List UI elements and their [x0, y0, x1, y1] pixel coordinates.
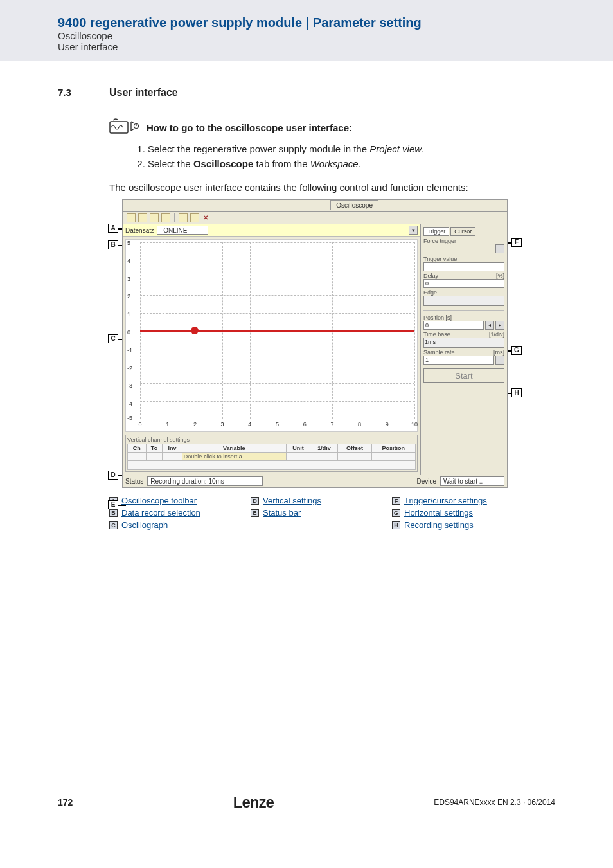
marker-e-line — [118, 505, 126, 506]
step-2: Select the Oscilloscope tab from the Wor… — [148, 158, 555, 169]
status-recording: Recording duration: 10ms — [147, 476, 263, 486]
delay-label: Delay[%] — [423, 273, 504, 279]
vset-row-hint[interactable]: Double-click to insert a — [128, 453, 416, 461]
xlabel-0: 0 — [138, 421, 141, 428]
toolbar-icon-6[interactable] — [190, 213, 199, 222]
tab-trigger[interactable]: Trigger — [423, 227, 449, 236]
plot-marker-dot[interactable] — [191, 327, 199, 334]
xlabel-2: 2 — [193, 421, 197, 428]
legend-grid: AOscilloscope toolbar DVertical settings… — [109, 496, 555, 530]
ylabel-n2: -2 — [127, 365, 132, 372]
vset-col-1div: 1/div — [310, 444, 338, 453]
ylabel-3: 3 — [127, 276, 130, 282]
legend-link-c[interactable]: Oscillograph — [121, 520, 168, 530]
step-1: Select the regenerative power supply mod… — [148, 143, 555, 154]
vset-col-offset: Offset — [338, 444, 371, 453]
page-number: 172 — [58, 797, 73, 808]
legend-link-d[interactable]: Vertical settings — [263, 496, 321, 505]
step1-post: . — [422, 143, 424, 154]
xlabel-3: 3 — [221, 421, 224, 428]
status-device-label: Device — [416, 478, 436, 485]
ylabel-n3: -3 — [127, 383, 132, 389]
legend-link-h[interactable]: Recording settings — [404, 520, 474, 530]
ylabel-2: 2 — [127, 293, 130, 300]
toolbar-icon-3[interactable] — [150, 213, 159, 222]
marker-f: F — [511, 238, 522, 247]
xlabel-4: 4 — [248, 421, 251, 428]
intro-text: The oscilloscope user interface contains… — [109, 182, 555, 193]
status-label: Status — [125, 478, 143, 485]
legend-box-b: B — [109, 509, 118, 517]
position-right-button[interactable]: ▸ — [495, 321, 504, 330]
toolbar-icon-2[interactable] — [138, 213, 147, 222]
step1-pre: Select the regenerative power supply mod… — [148, 143, 369, 154]
xlabel-10: 10 — [411, 421, 418, 428]
marker-d: D — [108, 471, 118, 480]
marker-e: E — [108, 500, 118, 509]
vertical-settings-panel: Vertical channel settings Ch To Inv Vari… — [125, 435, 418, 472]
trigger-value-input[interactable] — [423, 262, 504, 271]
delay-input[interactable]: 0 — [423, 279, 504, 288]
vset-table[interactable]: Ch To Inv Variable Unit 1/div Offset Pos… — [127, 444, 416, 470]
marker-h: H — [511, 388, 522, 397]
tab-oscilloscope[interactable]: Oscilloscope — [330, 200, 378, 210]
ylabel-5: 5 — [127, 240, 130, 246]
oscilloscope-icon — [109, 118, 140, 137]
header-sub1: Oscilloscope — [58, 30, 600, 41]
tab-cursor[interactable]: Cursor — [450, 227, 475, 236]
trigger-value-label: Trigger value — [423, 256, 504, 262]
ylabel-n4: -4 — [127, 401, 132, 407]
vset-group-title: Vertical channel settings — [127, 437, 416, 443]
timebase-label: Time base[1/div] — [423, 331, 504, 338]
position-input[interactable]: 0 — [423, 321, 484, 330]
section-number: 7.3 — [58, 87, 84, 98]
page-footer: 172 Lenze EDS94ARNExxxx EN 2.3 · 06/2014 — [0, 787, 613, 831]
header-title: 9400 regenerative power supply module | … — [58, 15, 600, 30]
marker-b: B — [108, 240, 118, 249]
vset-col-to: To — [146, 444, 163, 453]
samplerate-button[interactable] — [495, 356, 504, 365]
legend-link-g[interactable]: Horizontal settings — [404, 508, 473, 518]
ylabel-n1: -1 — [127, 347, 132, 354]
force-trigger-button[interactable] — [495, 244, 504, 253]
oscilloscope-window: Oscilloscope ✕ Datensatz - ONLINE - ▾ — [122, 199, 508, 488]
data-record-dropdown-icon[interactable]: ▾ — [409, 226, 418, 235]
vset-col-var: Variable — [182, 444, 286, 453]
ylabel-1: 1 — [127, 311, 130, 318]
status-bar: Status Recording duration: 10ms Device W… — [123, 475, 507, 487]
xlabel-7: 7 — [330, 421, 333, 428]
doc-id: EDS94ARNExxxx EN 2.3 · 06/2014 — [434, 798, 555, 807]
edge-select[interactable] — [423, 296, 504, 306]
toolbar-icon-4[interactable] — [161, 213, 170, 222]
vset-col-inv: Inv — [163, 444, 182, 453]
samplerate-input[interactable]: 1 — [423, 356, 494, 365]
oscillograph-plot[interactable]: 5 4 3 2 1 0 -1 -2 -3 -4 -5 — [125, 239, 418, 432]
legend-link-b[interactable]: Data record selection — [121, 508, 200, 518]
toolbar-icon-1[interactable] — [127, 213, 136, 222]
step2-mid: tab from the — [253, 158, 310, 169]
xlabel-1: 1 — [166, 421, 169, 428]
toolbar-close-icon[interactable]: ✕ — [202, 214, 209, 222]
data-record-value[interactable]: - ONLINE - — [157, 226, 208, 235]
position-left-button[interactable]: ◂ — [485, 321, 494, 330]
force-trigger-label: Force trigger — [423, 238, 504, 244]
legend-link-f[interactable]: Trigger/cursor settings — [404, 496, 487, 505]
legend-link-a[interactable]: Oscilloscope toolbar — [121, 496, 197, 505]
marker-g: G — [511, 346, 522, 355]
toolbar-icon-5[interactable] — [179, 213, 188, 222]
start-button[interactable]: Start — [423, 368, 504, 383]
xlabel-5: 5 — [276, 421, 279, 428]
legend-link-e[interactable]: Status bar — [263, 508, 301, 518]
timebase-select[interactable]: 1ms — [423, 338, 504, 348]
ylabel-0: 0 — [127, 329, 130, 336]
xlabel-9: 9 — [386, 421, 389, 428]
ylabel-4: 4 — [127, 258, 130, 264]
legend-box-d: D — [251, 497, 259, 505]
right-panel: Trigger Cursor Force trigger Trigger val… — [420, 224, 507, 475]
vset-hint-cell[interactable]: Double-click to insert a — [182, 453, 286, 461]
legend-box-h: H — [392, 521, 400, 529]
legend-box-g: G — [392, 509, 400, 517]
header-sub2: User interface — [58, 41, 600, 52]
oscilloscope-toolbar: ✕ — [123, 212, 507, 224]
legend-box-c: C — [109, 521, 118, 529]
